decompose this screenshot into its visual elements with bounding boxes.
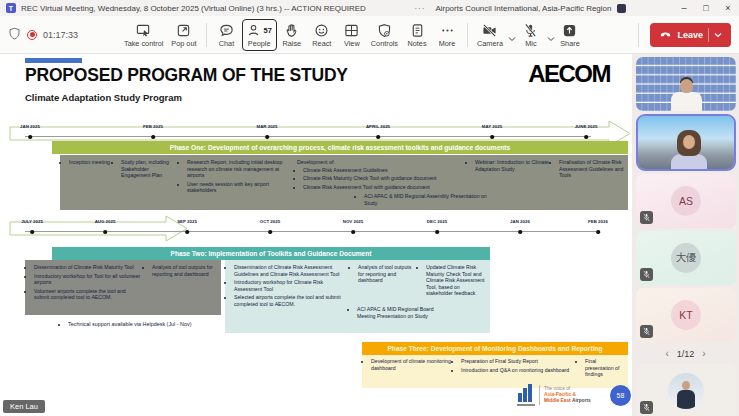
phase2-col2: Analysis of tool outputs for reporting a… bbox=[146, 264, 214, 311]
camera-button[interactable]: Camera bbox=[473, 20, 507, 50]
self-video-tile[interactable] bbox=[636, 364, 736, 416]
avatar-photo bbox=[668, 373, 704, 409]
bullet-item: Study plan, including Stakeholder Engage… bbox=[121, 159, 177, 179]
avatar: AS bbox=[671, 186, 701, 216]
teams-icon: T bbox=[6, 3, 16, 13]
phase2-col3: Dissemination of Climate Risk Assessment… bbox=[228, 264, 348, 329]
hang-up-icon bbox=[659, 27, 672, 42]
titlebar-overflow-icon[interactable]: ··· bbox=[404, 4, 435, 13]
react-button[interactable]: React bbox=[307, 20, 337, 50]
leave-button[interactable]: Leave bbox=[650, 23, 731, 47]
chat-icon bbox=[219, 23, 234, 38]
phase2-col1: Dissemination of Climate Risk Maturity T… bbox=[28, 264, 142, 311]
bullet-item: Introductory workshop for Climate Risk A… bbox=[234, 279, 348, 292]
month-label: DEC 2025 bbox=[427, 219, 447, 224]
bullet-item: User needs session with key airport stak… bbox=[187, 181, 293, 194]
org-name: Airports Council International, Asia-Pac… bbox=[435, 4, 611, 13]
close-button[interactable]: × bbox=[717, 0, 739, 16]
avatar: KT bbox=[671, 300, 701, 330]
mic-muted-icon bbox=[523, 23, 538, 38]
react-icon bbox=[314, 23, 329, 38]
month-label: JAN 2025 bbox=[20, 124, 40, 129]
bullet-item: Volunteer airports complete the tool and… bbox=[34, 288, 142, 301]
participant-video-tile[interactable] bbox=[636, 57, 736, 111]
shared-screen-stage: PROPOSED PROGRAM OF THE STUDY Climate Ad… bbox=[0, 54, 632, 416]
meeting-toolbar: 01:17:33 Take control Pop out Chat 57 Pe… bbox=[0, 16, 739, 54]
next-page-icon[interactable]: › bbox=[702, 348, 705, 359]
people-button[interactable]: 57 People bbox=[242, 19, 277, 51]
bullet-item: Introductory workshop for Tool for all v… bbox=[34, 273, 142, 286]
month-label: MAY 2025 bbox=[482, 124, 502, 129]
share-icon bbox=[562, 23, 577, 38]
month-label: AUG 2025 bbox=[95, 219, 116, 224]
mic-button[interactable]: Mic bbox=[516, 20, 546, 50]
phase1-col1: Inception meeting bbox=[63, 159, 111, 206]
share-button[interactable]: Share bbox=[555, 20, 585, 50]
phase3-col2: Preparation of Final Study Report Introd… bbox=[455, 358, 575, 385]
more-button[interactable]: More bbox=[432, 20, 462, 50]
timeline-2025-h2: JULY 2025 AUG 2025 SEP 2025 OCT 2025 NOV… bbox=[8, 215, 632, 242]
month-label: SEP 2025 bbox=[177, 219, 197, 224]
take-control-icon bbox=[136, 23, 151, 38]
phase-one-banner: Phase One: Development of overarching pr… bbox=[52, 141, 628, 154]
participants-panel: AS 大優 KT ‹ 1/12 › bbox=[632, 54, 739, 416]
maximize-button[interactable]: □ bbox=[695, 0, 717, 16]
bullet-item: Dissemination of Climate Risk Maturity T… bbox=[34, 264, 142, 271]
people-count: 57 bbox=[264, 26, 272, 35]
bullet-item: Final presentation of findings bbox=[585, 358, 625, 378]
phase1-col2: Study plan, including Stakeholder Engage… bbox=[115, 159, 177, 206]
bullet-item: Analysis of tool outputs for reporting a… bbox=[358, 264, 416, 284]
camera-options-chevron-icon[interactable] bbox=[508, 28, 516, 36]
footer-tagline: The voice of Asia-Pacific & Middle East … bbox=[544, 386, 591, 404]
mic-muted-icon bbox=[640, 401, 653, 414]
view-button[interactable]: View bbox=[337, 20, 367, 50]
mic-muted-icon bbox=[640, 268, 653, 281]
mic-options-chevron-icon[interactable] bbox=[547, 28, 555, 36]
phase1-col3: Research Report, including initial deskt… bbox=[181, 159, 293, 206]
pop-out-button[interactable]: Pop out bbox=[167, 20, 200, 50]
notes-button[interactable]: Notes bbox=[402, 20, 432, 50]
minimize-button[interactable]: – bbox=[673, 0, 695, 16]
month-label: NOV 2025 bbox=[343, 219, 364, 224]
bullet-item: Inception meeting bbox=[69, 159, 111, 166]
recording-status: 01:17:33 bbox=[8, 26, 120, 44]
toolbar-divider bbox=[638, 23, 639, 47]
participant-tile-kt[interactable]: KT bbox=[636, 288, 736, 342]
controls-button[interactable]: Controls bbox=[367, 20, 402, 50]
leave-options-chevron-icon[interactable] bbox=[714, 30, 722, 40]
phase2-extra: ACI APAC & MID Regional Board Meeting Pr… bbox=[351, 306, 451, 321]
active-speaker-video-tile[interactable] bbox=[636, 114, 736, 171]
slide-page-number: 58 bbox=[610, 385, 631, 406]
camera-off-icon bbox=[482, 23, 497, 38]
column-heading: Development of: bbox=[297, 159, 465, 166]
raise-hand-icon bbox=[284, 23, 299, 38]
month-label: JUNE 2025 bbox=[575, 124, 598, 129]
take-control-button[interactable]: Take control bbox=[120, 20, 167, 50]
previous-page-icon[interactable]: ‹ bbox=[665, 348, 668, 359]
controls-icon bbox=[377, 23, 392, 38]
bullet-item: Dissemination of Climate Risk Assessment… bbox=[234, 264, 348, 277]
bullet-item: ACI APAC & MID Regional Assembly Present… bbox=[364, 193, 488, 206]
month-label: JULY 2025 bbox=[21, 219, 43, 224]
bullet-item: Preparation of Final Study Report bbox=[461, 358, 575, 365]
recording-icon bbox=[27, 30, 37, 40]
mic-muted-icon bbox=[640, 325, 653, 338]
month-label: APRIL 2025 bbox=[366, 124, 390, 129]
bullet-item: Technical support available via Helpdesk… bbox=[68, 321, 358, 328]
participant-tile-as[interactable]: AS bbox=[636, 174, 736, 228]
bullet-item: Development of climate monitoring dashbo… bbox=[371, 358, 451, 371]
month-label: FEB 2026 bbox=[588, 219, 608, 224]
bullet-item: ACI APAC & MID Regional Board Meeting Pr… bbox=[357, 306, 451, 319]
page-indicator: 1/12 bbox=[677, 349, 695, 359]
month-label: OCT 2025 bbox=[260, 219, 280, 224]
aci-logo bbox=[517, 384, 535, 406]
avatar: 大優 bbox=[671, 243, 701, 273]
mic-muted-icon bbox=[640, 211, 653, 224]
raise-hand-button[interactable]: Raise bbox=[277, 20, 307, 50]
phase-two-banner: Phase Two: Implementation of Toolkits an… bbox=[52, 247, 490, 260]
phase1-extra: ACI APAC & MID Regional Assembly Present… bbox=[358, 193, 488, 208]
chat-button[interactable]: Chat bbox=[212, 20, 242, 50]
more-icon bbox=[440, 23, 455, 38]
toolbar-divider bbox=[206, 23, 207, 47]
participant-tile-dayu[interactable]: 大優 bbox=[636, 231, 736, 285]
